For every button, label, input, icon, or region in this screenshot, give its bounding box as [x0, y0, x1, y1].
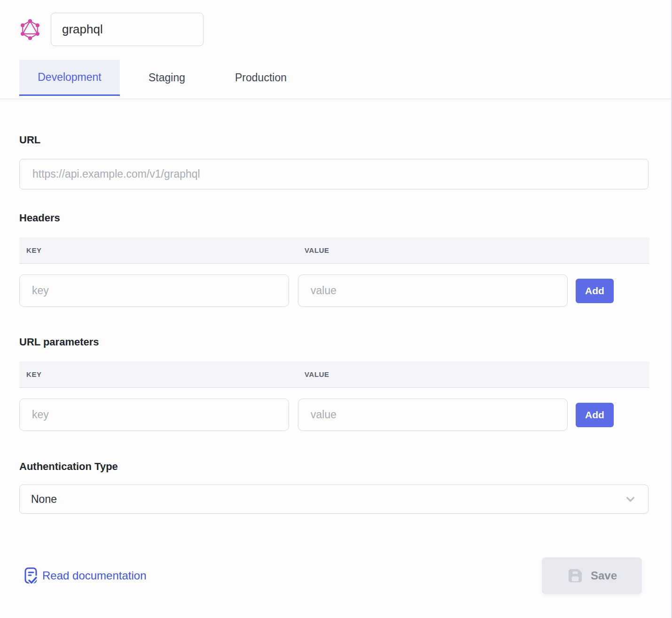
params-key-column-header: KEY: [26, 370, 305, 378]
read-documentation-label: Read documentation: [42, 569, 146, 582]
headers-add-button[interactable]: Add: [576, 279, 614, 303]
development-tab-content: URL Headers KEY VALUE Add URL parameters…: [19, 134, 649, 594]
auth-type-select[interactable]: None: [19, 485, 649, 514]
headers-new-row: Add: [19, 274, 649, 307]
params-value-input[interactable]: [298, 399, 568, 431]
url-parameters-title: URL parameters: [19, 336, 649, 348]
datasource-config-panel: Development Staging Production URL Heade…: [0, 0, 672, 618]
footer-actions: Read documentation Save: [19, 557, 642, 594]
auth-type-selected-value: None: [31, 493, 57, 506]
environment-tabs: Development Staging Production: [19, 60, 671, 96]
url-label: URL: [19, 134, 649, 146]
save-button[interactable]: Save: [542, 557, 642, 594]
headers-title: Headers: [19, 212, 649, 224]
headers-key-column-header: KEY: [26, 246, 305, 254]
chevron-down-icon: [624, 493, 637, 506]
datasource-header: [0, 0, 671, 46]
params-value-column-header: VALUE: [305, 370, 329, 378]
graphql-icon: [19, 18, 41, 41]
headers-key-input[interactable]: [19, 274, 289, 307]
params-key-input[interactable]: [19, 399, 289, 431]
url-input[interactable]: [19, 159, 649, 189]
document-check-icon: [23, 567, 38, 585]
params-new-row: Add: [19, 399, 649, 431]
tabs-divider: [0, 99, 671, 99]
tab-development[interactable]: Development: [19, 60, 120, 96]
headers-table-header: KEY VALUE: [19, 237, 649, 264]
save-button-label: Save: [591, 569, 617, 582]
params-add-button[interactable]: Add: [576, 403, 614, 427]
floppy-disk-icon: [567, 567, 584, 584]
tab-production[interactable]: Production: [214, 60, 308, 96]
datasource-name-input[interactable]: [51, 13, 203, 46]
authentication-type-label: Authentication Type: [19, 461, 649, 473]
params-table-header: KEY VALUE: [19, 361, 649, 388]
headers-value-column-header: VALUE: [305, 246, 329, 254]
tab-staging[interactable]: Staging: [120, 60, 214, 96]
read-documentation-link[interactable]: Read documentation: [23, 567, 146, 585]
headers-value-input[interactable]: [298, 274, 568, 307]
